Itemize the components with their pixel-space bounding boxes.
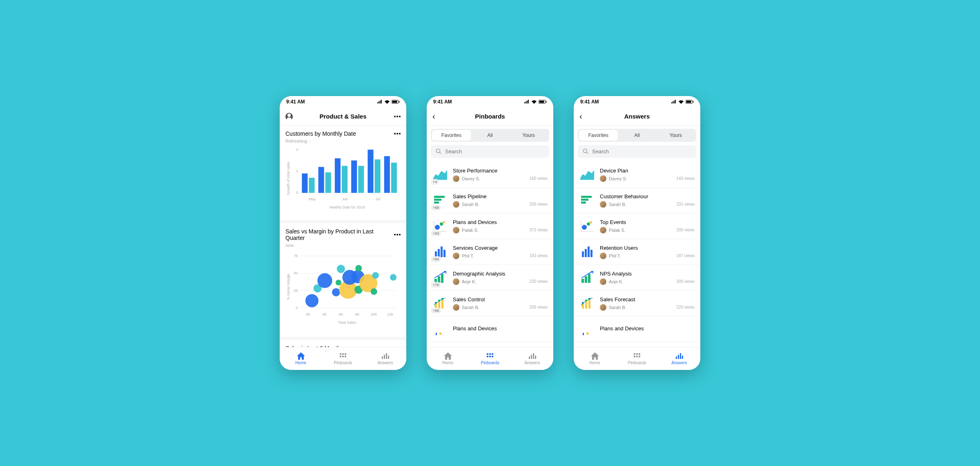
status-icons [671,100,694,104]
search-input[interactable] [592,148,691,155]
svg-rect-59 [345,356,346,357]
item-title: Store Performance [453,168,548,174]
tab-all[interactable]: All [618,130,657,141]
svg-rect-133 [634,356,635,357]
nav-answers[interactable]: Answers [658,347,700,370]
list-item[interactable]: Top Events Palak S.200 views [574,213,700,239]
list-item[interactable]: +89 Sales Pipeline Sarah B.200 views [427,188,553,213]
header: ‹ Pinboards [427,108,553,125]
svg-rect-115 [582,251,584,257]
search-field[interactable] [431,145,549,158]
item-title: Retention Users [600,245,695,251]
item-author: Davey S. [600,175,627,182]
status-time: 9:41 AM [286,99,305,105]
card-sales-6months[interactable]: Sales in Last 6 Months [280,340,406,347]
nav-pinboards[interactable]: Pinboards [616,347,658,370]
item-title: Services Coverage [453,245,548,251]
list-item[interactable]: Plans and Devices [574,316,700,342]
nav-answers[interactable]: Answers [364,347,406,370]
svg-point-113 [587,222,590,226]
more-dots-icon[interactable] [394,133,401,134]
item-title: Sales Forecast [600,296,695,302]
avatar-icon [453,227,459,233]
svg-point-75 [440,222,443,226]
list-item[interactable]: +63 Plans and Devices Palak S.373 views [427,213,553,239]
list-item[interactable]: NPS Analysis Anje K.200 views [574,265,700,291]
list-item[interactable]: Retention Users Phil T.187 views [574,239,700,265]
list-item[interactable]: Customer Behaviour Sarah B.231 views [574,188,700,213]
svg-rect-11 [335,158,341,193]
item-badge: +63 [431,231,441,236]
svg-rect-1 [392,101,397,103]
card-subtitle: Refreshing› [285,139,401,143]
card-customers[interactable]: Customers by Monthly Date Refreshing› Gr… [280,125,406,220]
profile-button[interactable] [285,113,293,120]
profile-icon [285,113,293,120]
nav-home[interactable]: Home [574,347,616,370]
item-title: Plans and Devices [453,325,548,332]
avatar-icon [600,227,606,233]
item-views: 200 views [530,305,548,309]
item-badge: +94 [431,256,441,262]
svg-rect-130 [634,353,635,355]
list-item[interactable]: +89 Sales Control Sarah B.200 views [427,291,553,316]
svg-rect-62 [386,353,387,359]
more-dots-icon[interactable] [394,234,401,235]
item-views: 187 views [677,253,695,258]
svg-rect-100 [533,353,534,359]
list-item[interactable]: Plans and Devices [427,316,553,342]
more-button[interactable] [394,116,401,117]
item-views: 200 views [530,202,548,206]
back-button[interactable]: ‹ [432,112,435,121]
item-thumb-icon: +89 [432,296,448,311]
tab-favorites[interactable]: Favorites [579,130,618,141]
svg-point-129 [586,332,589,335]
tab-favorites[interactable]: Favorites [432,130,471,141]
svg-rect-58 [342,356,344,357]
search-field[interactable] [578,145,696,158]
svg-rect-55 [342,353,344,355]
svg-rect-118 [590,250,592,257]
list-item[interactable]: Device Plan Davey S.143 views [574,162,700,188]
list-item[interactable]: Sales Forecast Sarah B.220 views [574,291,700,316]
list-content: Device Plan Davey S.143 views Customer B… [574,162,700,347]
item-thumb-icon [579,296,595,311]
item-thumb-icon: +63 [432,218,448,234]
nav-home[interactable]: Home [427,347,469,370]
search-input[interactable] [445,148,544,155]
back-button[interactable]: ‹ [579,112,582,121]
svg-text:2K: 2K [306,312,310,316]
svg-rect-66 [546,101,547,103]
search-wrap [574,145,700,162]
svg-point-46 [390,274,396,281]
card-sales-margin[interactable]: Sales vs Margin by Product in Last Quart… [280,223,406,336]
svg-rect-88 [441,300,443,309]
nav-pinboards[interactable]: Pinboards [322,347,364,370]
item-views: 143 views [677,176,695,181]
svg-point-114 [590,221,592,224]
nav-pinboards[interactable]: Pinboards [469,347,511,370]
header: Product & Sales [280,108,406,125]
svg-rect-69 [434,196,445,198]
svg-rect-124 [585,301,587,309]
item-views: 220 views [530,279,548,284]
list-item[interactable]: +76 Demographic Analysis Anje K.220 view… [427,265,553,291]
svg-rect-126 [588,300,590,309]
tab-yours[interactable]: Yours [509,130,548,141]
bar-chart: Growth of total sales 2 1 0 May Jun Jul … [285,143,401,213]
nav-home[interactable]: Home [280,347,322,370]
tab-yours[interactable]: Yours [656,130,695,141]
svg-text:25: 25 [294,289,298,293]
nav-answers[interactable]: Answers [511,347,553,370]
list-content: +4 Store Performance Davey S.160 views +… [427,162,553,347]
svg-point-105 [584,149,587,153]
tab-all[interactable]: All [471,130,510,141]
svg-rect-17 [384,156,390,193]
svg-rect-90 [436,333,437,335]
svg-rect-16 [375,159,381,193]
svg-rect-92 [487,353,488,355]
avatar-icon [453,175,459,182]
list-item[interactable]: +4 Store Performance Davey S.160 views [427,162,553,188]
list-item[interactable]: +94 Services Coverage Phil T.183 views [427,239,553,265]
item-author: Davey S. [453,175,480,182]
